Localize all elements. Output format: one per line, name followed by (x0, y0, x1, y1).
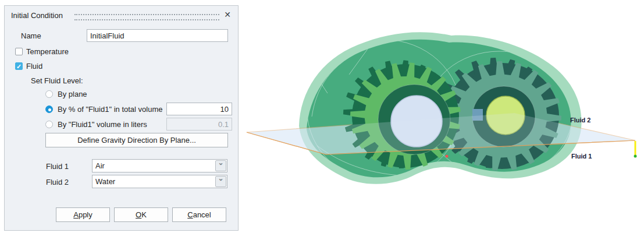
temperature-label: Temperature (26, 47, 69, 56)
dialog-drag-grip[interactable] (74, 14, 219, 20)
chevron-down-icon: ⌄ (216, 174, 226, 182)
close-icon[interactable]: ✕ (222, 9, 233, 20)
cancel-button[interactable]: Cancel (172, 207, 226, 222)
radio-by-plane[interactable] (45, 90, 53, 98)
fluid1-label: Fluid 1 (46, 162, 69, 171)
name-label: Name (21, 31, 41, 40)
name-input[interactable] (87, 29, 228, 42)
fluid2-annotation: Fluid 2 (570, 117, 590, 124)
fluid1-annotation: Fluid 1 (571, 153, 592, 160)
apply-button[interactable]: Apply (56, 207, 110, 222)
gravity-axis-tip (634, 155, 637, 158)
fluid1-dropdown-button[interactable]: ⌄ (215, 160, 226, 171)
ok-button[interactable]: OK (114, 207, 168, 222)
radio-by-volume[interactable] (45, 121, 53, 128)
dialog-title: Initial Condition (11, 11, 63, 20)
set-fluid-level-label: Set Fluid Level: (31, 76, 83, 85)
radio-by-percent[interactable] (45, 105, 53, 113)
fluid-label: Fluid (26, 62, 42, 71)
fluid2-value: Water (95, 177, 115, 186)
radio-by-percent-label: By % of "Fluid1" in total volume (58, 105, 162, 114)
volume-value-input (166, 118, 232, 131)
temperature-checkbox[interactable] (15, 48, 23, 55)
chevron-down-icon: ⌄ (216, 158, 226, 167)
app-screen: Fluid 2 Fluid 1 Initial Condition ✕ Name… (0, 0, 644, 236)
initial-condition-dialog: Initial Condition ✕ Name Temperature ✓ F… (4, 5, 239, 231)
fluid2-combobox[interactable]: Water ⌄ (92, 175, 227, 188)
radio-by-volume-label: By "Fluid1" volume in liters (58, 120, 147, 129)
fluid-checkbox[interactable]: ✓ (15, 62, 23, 70)
percent-value-input[interactable] (166, 103, 232, 115)
radio-by-plane-label: By plane (58, 90, 87, 98)
define-gravity-button[interactable]: Define Gravity Direction By Plane... (45, 133, 228, 147)
fluid1-value: Air (95, 161, 105, 170)
fluid2-dropdown-button[interactable]: ⌄ (215, 176, 226, 187)
fluid2-label: Fluid 2 (46, 178, 69, 186)
fluid1-combobox[interactable]: Air ⌄ (92, 159, 227, 172)
origin-marker (446, 155, 449, 158)
